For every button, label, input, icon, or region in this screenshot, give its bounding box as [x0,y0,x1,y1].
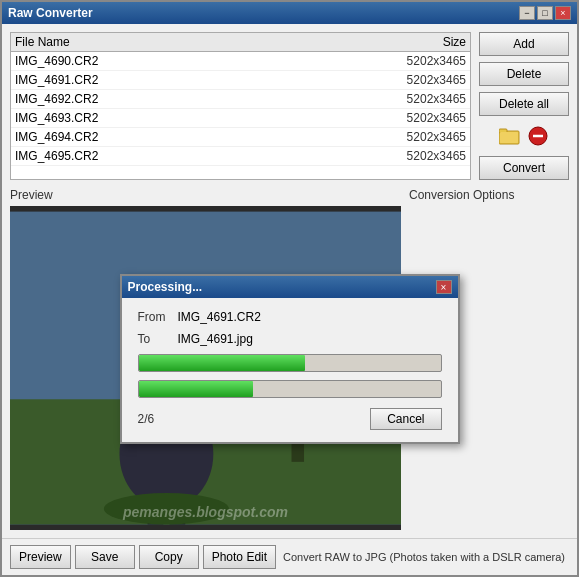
counter-text: 2/6 [138,412,155,426]
photo-edit-button[interactable]: Photo Edit [203,545,276,569]
file-name: IMG_4694.CR2 [15,130,366,144]
toolbar: Preview Save Copy Photo Edit Convert RAW… [2,538,577,575]
dialog-title: Processing... [128,280,203,294]
close-button[interactable]: × [555,6,571,20]
file-size: 5202x3465 [366,54,466,68]
add-button[interactable]: Add [479,32,569,56]
file-name: IMG_4692.CR2 [15,92,366,106]
file-size: 5202x3465 [366,111,466,125]
table-row[interactable]: IMG_4694.CR2 5202x3465 [11,128,470,147]
from-row: From IMG_4691.CR2 [138,310,442,324]
file-name: IMG_4691.CR2 [15,73,366,87]
window-controls: − □ × [519,6,571,20]
title-bar: Raw Converter − □ × [2,2,577,24]
icon-row [479,122,569,150]
processing-dialog: Processing... × From IMG_4691.CR2 To IMG… [120,274,460,444]
folder-icon[interactable] [498,124,522,148]
progress-bar-2-wrapper [138,380,442,398]
delete-all-button[interactable]: Delete all [479,92,569,116]
file-size: 5202x3465 [366,73,466,87]
maximize-button[interactable]: □ [537,6,553,20]
save-button[interactable]: Save [75,545,135,569]
table-row[interactable]: IMG_4693.CR2 5202x3465 [11,109,470,128]
col-name-header: File Name [15,35,366,49]
bottom-section: Preview [10,188,569,530]
table-row[interactable]: IMG_4691.CR2 5202x3465 [11,71,470,90]
progress-bar-2-fill [139,381,254,397]
table-row[interactable]: IMG_4692.CR2 5202x3465 [11,90,470,109]
svg-rect-2 [500,132,518,143]
minimize-button[interactable]: − [519,6,535,20]
copy-button[interactable]: Copy [139,545,199,569]
file-size: 5202x3465 [366,130,466,144]
progress-bar-1-fill [139,355,305,371]
file-name: IMG_4690.CR2 [15,54,366,68]
delete-button[interactable]: Delete [479,62,569,86]
preview-button[interactable]: Preview [10,545,71,569]
table-row[interactable]: IMG_4695.CR2 5202x3465 [11,147,470,166]
table-row[interactable]: IMG_4690.CR2 5202x3465 [11,52,470,71]
to-value: IMG_4691.jpg [178,332,253,346]
from-label: From [138,310,178,324]
file-name: IMG_4693.CR2 [15,111,366,125]
dialog-footer: 2/6 Cancel [138,408,442,430]
dialog-content: From IMG_4691.CR2 To IMG_4691.jpg [122,298,458,442]
dialog-close-button[interactable]: × [436,280,452,294]
toolbar-info-text: Convert RAW to JPG (Photos taken with a … [280,551,569,563]
top-section: File Name Size IMG_4690.CR2 5202x3465 IM… [10,32,569,180]
main-content: File Name Size IMG_4690.CR2 5202x3465 IM… [2,24,577,538]
dialog-overlay: Processing... × From IMG_4691.CR2 To IMG… [10,188,569,530]
dialog-title-bar: Processing... × [122,276,458,298]
file-list-header: File Name Size [11,33,470,52]
progress-bar-1-wrapper [138,354,442,372]
file-name: IMG_4695.CR2 [15,149,366,163]
buttons-panel: Add Delete Delete all [479,32,569,180]
delete-icon[interactable] [526,124,550,148]
main-window: Raw Converter − □ × File Name Size IMG_4… [0,0,579,577]
cancel-button[interactable]: Cancel [370,408,441,430]
file-size: 5202x3465 [366,149,466,163]
to-row: To IMG_4691.jpg [138,332,442,346]
window-title: Raw Converter [8,6,93,20]
from-value: IMG_4691.CR2 [178,310,261,324]
col-size-header: Size [366,35,466,49]
file-list-panel: File Name Size IMG_4690.CR2 5202x3465 IM… [10,32,471,180]
to-label: To [138,332,178,346]
convert-button[interactable]: Convert [479,156,569,180]
file-size: 5202x3465 [366,92,466,106]
progress-container [138,354,442,398]
